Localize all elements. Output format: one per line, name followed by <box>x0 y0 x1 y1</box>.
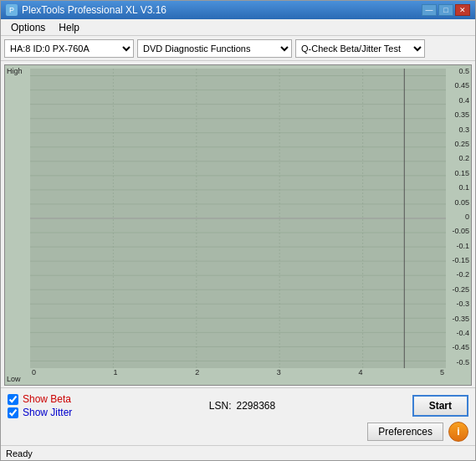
y-right-0.45: 0.45 <box>448 81 469 90</box>
y-right-0.15: 0.15 <box>448 169 469 177</box>
main-window: P PlexTools Professional XL V3.16 — □ ✕ … <box>0 0 476 461</box>
y-right-0.5: 0.5 <box>448 67 469 75</box>
title-bar-left: P PlexTools Professional XL V3.16 <box>6 4 166 16</box>
lsn-label: LSN: <box>209 400 232 412</box>
app-icon-letter: P <box>9 6 14 14</box>
y-right-0.25: 0.25 <box>448 140 469 148</box>
y-right-0.05: 0.05 <box>448 198 469 207</box>
maximize-button[interactable]: □ <box>438 4 453 16</box>
y-axis-right: 0.5 0.45 0.4 0.35 0.3 0.25 0.2 0.15 0.1 … <box>446 65 471 368</box>
y-left-high: High <box>7 67 28 75</box>
y-right--0.1: -0.1 <box>448 242 469 250</box>
bottom-row2: Preferences i <box>8 422 468 442</box>
y-right--0.25: -0.25 <box>448 285 469 294</box>
minimize-button[interactable]: — <box>422 4 437 16</box>
bottom-row1: Show Beta Show Jitter LSN: 2298368 Start <box>8 393 468 418</box>
window-controls: — □ ✕ <box>422 4 470 16</box>
show-beta-label: Show Beta <box>23 393 71 405</box>
drive-select[interactable]: HA:8 ID:0 PX-760A <box>4 39 134 58</box>
y-right-0.4: 0.4 <box>448 96 469 105</box>
y-right-0.3: 0.3 <box>448 125 469 134</box>
close-button[interactable]: ✕ <box>455 4 470 16</box>
chart-inner <box>30 69 446 368</box>
x-5: 5 <box>440 368 444 383</box>
menu-bar: Options Help <box>1 19 475 36</box>
checkboxes: Show Beta Show Jitter <box>8 393 72 418</box>
show-jitter-checkbox[interactable] <box>8 407 18 418</box>
toolbar: HA:8 ID:0 PX-760A DVD Diagnostic Functio… <box>1 36 475 61</box>
menu-options[interactable]: Options <box>4 20 52 35</box>
y-right--0.45: -0.45 <box>448 343 469 351</box>
info-button[interactable]: i <box>448 422 468 442</box>
x-0: 0 <box>32 368 36 383</box>
y-right--0.05: -0.05 <box>448 227 469 235</box>
y-right--0.35: -0.35 <box>448 315 469 323</box>
x-1: 1 <box>114 368 118 383</box>
y-right--0.5: -0.5 <box>448 358 469 366</box>
y-right-0: 0 <box>448 213 469 221</box>
x-2: 2 <box>195 368 199 383</box>
chart-area: High Low 0.5 0.45 0.4 0.35 0.3 0.25 0.2 … <box>1 61 475 387</box>
y-right--0.3: -0.3 <box>448 300 469 308</box>
x-axis: 0 1 2 3 4 5 <box>30 368 446 383</box>
show-jitter-row: Show Jitter <box>8 407 72 418</box>
test-select[interactable]: Q-Check Beta/Jitter Test <box>295 39 425 58</box>
show-beta-row: Show Beta <box>8 393 72 405</box>
show-beta-checkbox[interactable] <box>8 394 18 405</box>
menu-help[interactable]: Help <box>52 20 86 35</box>
y-right-0.35: 0.35 <box>448 110 469 119</box>
preferences-button[interactable]: Preferences <box>367 423 443 441</box>
y-left-low: Low <box>7 375 28 383</box>
window-title: PlexTools Professional XL V3.16 <box>22 4 166 16</box>
y-right--0.2: -0.2 <box>448 270 469 279</box>
chart-container: High Low 0.5 0.45 0.4 0.35 0.3 0.25 0.2 … <box>4 64 472 386</box>
app-icon: P <box>6 4 18 16</box>
title-bar: P PlexTools Professional XL V3.16 — □ ✕ <box>1 1 475 19</box>
function-select[interactable]: DVD Diagnostic Functions <box>137 39 292 58</box>
chart-svg <box>30 69 446 368</box>
x-4: 4 <box>358 368 362 383</box>
y-right-0.1: 0.1 <box>448 183 469 192</box>
y-right--0.15: -0.15 <box>448 256 469 264</box>
lsn-value: 2298368 <box>236 400 275 412</box>
status-bar: Ready <box>1 445 475 460</box>
y-axis-left: High Low <box>5 65 30 385</box>
status-text: Ready <box>6 448 33 458</box>
lsn-area: LSN: 2298368 <box>209 400 275 412</box>
y-right-0.2: 0.2 <box>448 154 469 162</box>
bottom-panel: Show Beta Show Jitter LSN: 2298368 Start… <box>1 387 475 445</box>
x-3: 3 <box>277 368 281 383</box>
start-button[interactable]: Start <box>412 395 468 417</box>
y-right--0.4: -0.4 <box>448 329 469 337</box>
show-jitter-label: Show Jitter <box>23 407 72 418</box>
